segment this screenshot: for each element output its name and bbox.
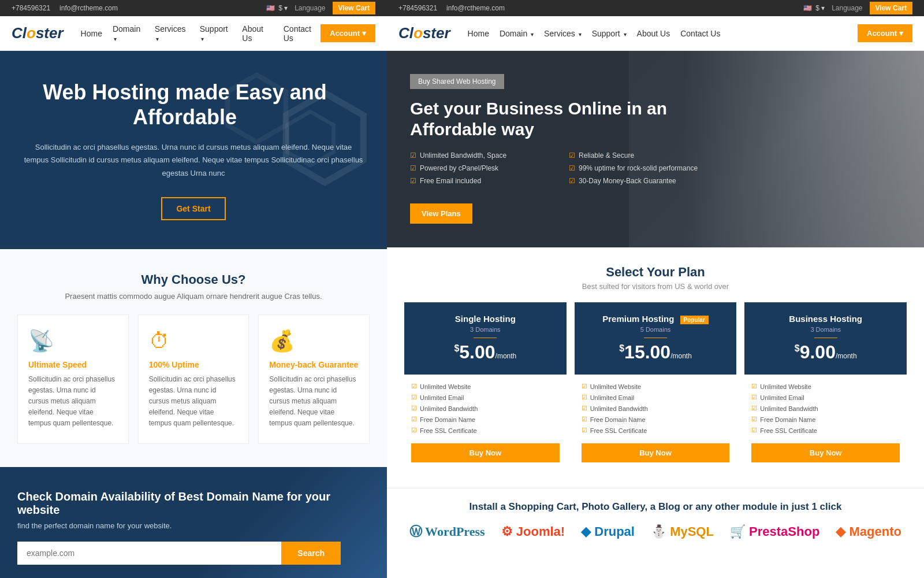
nav-links-right: Home Domain ▾ Services ▾ Support ▾ About… [468, 29, 858, 38]
plan-business-f1: ☑ Unlimited Website [751, 383, 900, 390]
nav-contact[interactable]: Contact Us [284, 24, 321, 43]
shared-hosting-badge[interactable]: Buy Shared Web Hosting [410, 74, 504, 89]
plan-premium-f4: ☑ Free Domain Name [582, 416, 730, 423]
plan-single-price: $5.00/month [413, 342, 557, 363]
nav-services[interactable]: Services ▾ [155, 24, 189, 43]
nav-home[interactable]: Home [81, 29, 102, 38]
cms-mysql: ⛄ MySQL [651, 524, 714, 542]
feature-card-moneyback: 💰 Money-back Guarantee Sollicitudin ac o… [258, 314, 370, 444]
buy-now-business[interactable]: Buy Now [751, 443, 900, 462]
hero-features-col-left: ☑ Unlimited Bandwidth, Space ☑ Powered b… [410, 151, 552, 190]
plan-business: Business Hosting 3 Domains $9.00/month ☑… [744, 302, 907, 470]
plan-premium-features: ☑ Unlimited Website ☑ Unlimited Email ☑ … [575, 375, 737, 470]
plan-single-f3: ☑ Unlimited Bandwidth [411, 405, 560, 412]
features-grid: 📡 Ultimate Speed Sollicitudin ac orci ph… [17, 314, 370, 444]
plan-single: Single Hosting 3 Domains $5.00/month ☑ U… [404, 302, 567, 470]
buy-now-premium[interactable]: Buy Now [582, 443, 730, 462]
flag-currency-right[interactable]: 🇺🇸 $ ▾ [803, 4, 825, 12]
plan-premium-f5: ☑ Free SSL Certificate [582, 427, 730, 434]
hero-title: Web Hosting made Easy and Affordable [23, 80, 346, 129]
account-button-right[interactable]: Account ▾ [858, 24, 912, 42]
phone-number-right: +784596321 [398, 4, 437, 12]
cms-prestashop: 🛒 PrestaShop [730, 524, 819, 542]
language-selector[interactable]: Language [295, 4, 325, 12]
hero-right-title: Get your Business Online in an Affordabl… [410, 98, 710, 140]
plan-business-f2: ☑ Unlimited Email [751, 394, 900, 401]
feature-card-uptime: ⏱ 100% Uptime Sollicitudin ac orci phase… [138, 314, 249, 444]
cms-title: Install a Shopping Cart, Photo Gallery, … [404, 500, 907, 514]
plan-business-header: Business Hosting 3 Domains $9.00/month [744, 302, 907, 375]
nav-about[interactable]: About Us [242, 24, 273, 43]
plan-premium-header: Premium Hosting Popular 5 Domains $15.00… [575, 302, 737, 375]
plan-premium-divider [644, 338, 667, 338]
hero-features-list: ☑ Unlimited Bandwidth, Space ☑ Powered b… [410, 151, 710, 190]
language-selector-right[interactable]: Language [832, 4, 862, 12]
nav-home-right[interactable]: Home [468, 29, 489, 38]
plan-single-f4: ☑ Free Domain Name [411, 416, 560, 423]
hero-right-section: Buy Shared Web Hosting Get your Business… [387, 51, 924, 247]
cms-logos: Ⓦ WordPress ⚙ Joomla! ◆ Drupal ⛄ MySQL 🛒… [404, 523, 907, 543]
feature-moneyback-title: Money-back Guarantee [269, 360, 359, 369]
nav-support-right[interactable]: Support ▾ [592, 29, 627, 38]
domain-subtitle: find the perfect domain name for your we… [17, 521, 370, 530]
nav-about-right[interactable]: About Us [637, 29, 670, 38]
top-bar-right: +784596321 info@rctheme.com 🇺🇸 $ ▾ Langu… [387, 0, 924, 16]
view-plans-button[interactable]: View Plans [410, 203, 472, 224]
cms-drupal: ◆ Drupal [581, 524, 635, 542]
nav-left: Closter Home Domain ▾ Services ▾ Support… [0, 16, 387, 51]
plan-single-domains: 3 Domains [413, 326, 557, 333]
plan-business-divider [814, 338, 837, 338]
get-start-button[interactable]: Get Start [161, 197, 225, 220]
nav-support[interactable]: Support ▾ [200, 24, 232, 43]
nav-links-left: Home Domain ▾ Services ▾ Support ▾ About… [81, 24, 321, 43]
nav-services-right[interactable]: Services ▾ [544, 29, 582, 38]
cms-joomla: ⚙ Joomla! [501, 524, 565, 542]
mysql-icon: ⛄ MySQL [651, 524, 714, 539]
plan-business-features: ☑ Unlimited Website ☑ Unlimited Email ☑ … [744, 375, 907, 470]
logo-text: Closter [12, 24, 64, 42]
cms-magento: ◆ Magento [836, 524, 901, 542]
plan-single-f1: ☑ Unlimited Website [411, 383, 560, 390]
hero-left: Web Hosting made Easy and Affordable Sol… [0, 51, 387, 249]
plan-premium-f1: ☑ Unlimited Website [582, 383, 730, 390]
buy-now-single[interactable]: Buy Now [411, 443, 560, 462]
plan-premium-domains: 5 Domains [584, 326, 728, 333]
email-address: info@rctheme.com [59, 4, 118, 12]
feature-speed-title: Ultimate Speed [28, 360, 118, 369]
flag-currency[interactable]: 🇺🇸 $ ▾ [266, 4, 288, 12]
plan-premium-price: $15.00/month [584, 342, 728, 363]
domain-search-bar: Search [17, 542, 341, 565]
top-bar-left: +784596321 info@rctheme.com 🇺🇸 $ ▾ Langu… [0, 0, 387, 16]
pricing-subtitle: Best suited for visitors from US & world… [404, 282, 907, 291]
feature-uptime-desc: Sollicitudin ac orci phasellus egestas. … [149, 374, 239, 429]
hero-description: Sollicitudin ac orci phasellus egestas. … [23, 141, 364, 179]
plan-business-price: $9.00/month [754, 342, 897, 363]
nav-domain-right[interactable]: Domain ▾ [500, 29, 534, 38]
plan-single-header: Single Hosting 3 Domains $5.00/month [404, 302, 567, 375]
feature-moneyback-guarantee: ☑ 30-Day Money-Back Guarantee [569, 177, 710, 185]
plan-business-f5: ☑ Free SSL Certificate [751, 427, 900, 434]
plan-business-f4: ☑ Free Domain Name [751, 416, 900, 423]
domain-input[interactable] [17, 542, 281, 565]
why-section: Why Choose Us? Praesent mattis commodo a… [0, 249, 387, 467]
plan-single-name: Single Hosting [413, 314, 557, 324]
account-button-left[interactable]: Account ▾ [321, 24, 375, 42]
feature-moneyback-desc: Sollicitudin ac orci phasellus egestas. … [269, 374, 359, 429]
nav-domain[interactable]: Domain ▾ [113, 24, 144, 43]
view-cart-button[interactable]: View Cart [333, 2, 375, 14]
plan-business-name: Business Hosting [754, 314, 897, 324]
drupal-icon: ◆ Drupal [581, 524, 635, 539]
pricing-section: Select Your Plan Best suited for visitor… [387, 247, 924, 488]
prestashop-icon: 🛒 PrestaShop [730, 524, 819, 539]
logo-left: Closter [12, 24, 64, 42]
feature-uptime: ☑ 99% uptime for rock-solid performance [569, 164, 710, 172]
moneyback-icon: 💰 [269, 329, 359, 353]
domain-search-button[interactable]: Search [281, 542, 341, 565]
phone-number: +784596321 [12, 4, 50, 12]
pricing-grid: Single Hosting 3 Domains $5.00/month ☑ U… [404, 302, 907, 470]
view-cart-button-right[interactable]: View Cart [870, 2, 912, 14]
cms-section: Install a Shopping Cart, Photo Gallery, … [387, 488, 924, 554]
plan-business-f3: ☑ Unlimited Bandwidth [751, 405, 900, 412]
nav-contact-right[interactable]: Contact Us [680, 29, 720, 38]
plan-single-divider [474, 338, 497, 338]
